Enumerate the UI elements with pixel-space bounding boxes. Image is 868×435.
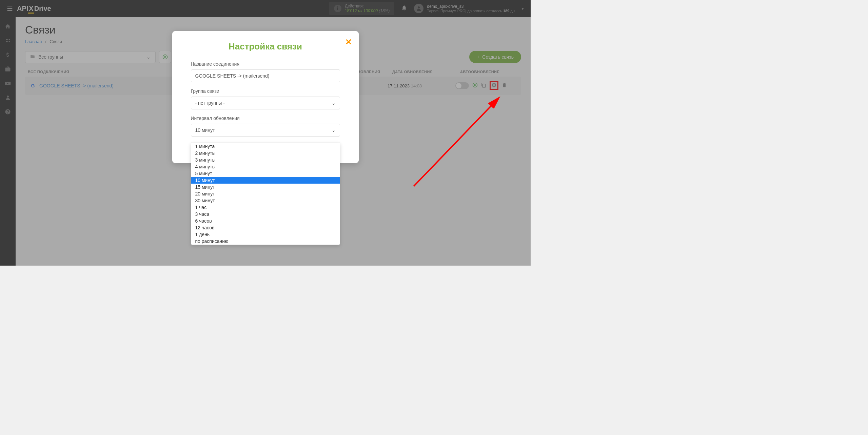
interval-option[interactable]: 4 минуты — [191, 163, 340, 170]
interval-option[interactable]: 20 минут — [191, 190, 340, 197]
modal-title: Настройка связи — [191, 41, 340, 52]
group-select[interactable]: - нет группы - ⌄ — [191, 97, 340, 109]
interval-option[interactable]: 3 часа — [191, 211, 340, 218]
chevron-down-icon: ⌄ — [332, 127, 336, 133]
interval-option[interactable]: 15 минут — [191, 184, 340, 190]
interval-option[interactable]: 2 минуты — [191, 150, 340, 157]
interval-option[interactable]: 1 час — [191, 204, 340, 211]
modal-overlay[interactable]: ✕ Настройка связи Название соединения Гр… — [0, 0, 531, 266]
interval-option[interactable]: 6 часов — [191, 218, 340, 224]
settings-modal: ✕ Настройка связи Название соединения Гр… — [172, 31, 359, 163]
interval-label: Интервал обновления — [191, 116, 340, 121]
interval-option[interactable]: 12 часов — [191, 224, 340, 231]
interval-option[interactable]: 5 минут — [191, 170, 340, 177]
group-label: Группа связи — [191, 88, 340, 94]
interval-option[interactable]: 30 минут — [191, 197, 340, 204]
connection-name-input[interactable] — [191, 69, 340, 82]
interval-option[interactable]: по расписанию — [191, 238, 340, 245]
interval-option[interactable]: 1 день — [191, 231, 340, 238]
name-label: Название соединения — [191, 61, 340, 67]
interval-option[interactable]: 10 минут — [191, 177, 340, 184]
interval-select[interactable]: 10 минут ⌄ — [191, 124, 340, 137]
close-icon[interactable]: ✕ — [345, 37, 352, 47]
interval-option[interactable]: 1 минута — [191, 143, 340, 150]
interval-dropdown: 1 минута2 минуты3 минуты4 минуты5 минут1… — [191, 143, 340, 245]
chevron-down-icon: ⌄ — [332, 100, 336, 106]
interval-option[interactable]: 3 минуты — [191, 157, 340, 163]
